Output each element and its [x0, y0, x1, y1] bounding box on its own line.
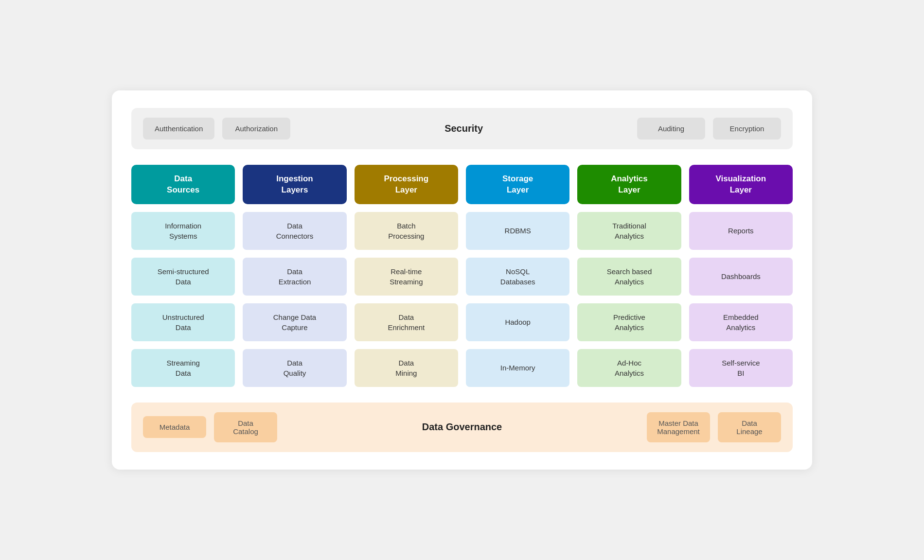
security-item-auth: Autthentication: [143, 118, 214, 140]
col-header-visualization: Visualization Layer: [689, 165, 793, 204]
security-label: Security: [298, 123, 629, 134]
cell-analytics-row3: Ad-Hoc Analytics: [577, 349, 681, 387]
governance-section: Metadata Data Catalog Data Governance Ma…: [131, 402, 793, 452]
governance-item-lineage: Data Lineage: [718, 412, 781, 442]
cell-analytics-row2: Predictive Analytics: [577, 303, 681, 341]
cell-ingestion-row3: Data Quality: [243, 349, 346, 387]
cell-processing-row1: Real-time Streaming: [355, 258, 458, 296]
cell-visualization-row1: Dashboards: [689, 258, 793, 296]
diagram-wrapper: Autthentication Authorization Security A…: [112, 90, 812, 469]
cell-analytics-row1: Search based Analytics: [577, 258, 681, 296]
cell-storage-row3: In-Memory: [466, 349, 569, 387]
cell-visualization-row3: Self-service BI: [689, 349, 793, 387]
cell-processing-row0: Batch Processing: [355, 212, 458, 250]
cell-ingestion-row1: Data Extraction: [243, 258, 346, 296]
main-grid: Data SourcesIngestion LayersProcessing L…: [131, 165, 793, 386]
col-header-storage: Storage Layer: [466, 165, 569, 204]
governance-item-metadata: Metadata: [143, 416, 206, 438]
cell-ingestion-row0: Data Connectors: [243, 212, 346, 250]
cell-visualization-row0: Reports: [689, 212, 793, 250]
cell-storage-row1: NoSQL Databases: [466, 258, 569, 296]
cell-ingestion-row2: Change Data Capture: [243, 303, 346, 341]
security-item-encryption: Encryption: [713, 118, 781, 140]
col-header-ingestion: Ingestion Layers: [243, 165, 346, 204]
cell-storage-row0: RDBMS: [466, 212, 569, 250]
cell-data-sources-row3: Streaming Data: [131, 349, 235, 387]
security-item-authorization: Authorization: [222, 118, 290, 140]
cell-data-sources-row0: Information Systems: [131, 212, 235, 250]
cell-processing-row2: Data Enrichment: [355, 303, 458, 341]
cell-analytics-row0: Traditional Analytics: [577, 212, 681, 250]
governance-item-master: Master Data Management: [647, 412, 710, 442]
governance-item-catalog: Data Catalog: [214, 412, 277, 442]
cell-visualization-row2: Embedded Analytics: [689, 303, 793, 341]
security-section: Autthentication Authorization Security A…: [131, 108, 793, 149]
cell-storage-row2: Hadoop: [466, 303, 569, 341]
cell-data-sources-row1: Semi-structured Data: [131, 258, 235, 296]
col-header-data-sources: Data Sources: [131, 165, 235, 204]
governance-label: Data Governance: [285, 421, 639, 433]
security-item-auditing: Auditing: [637, 118, 705, 140]
cell-data-sources-row2: Unstructured Data: [131, 303, 235, 341]
col-header-processing: Processing Layer: [355, 165, 458, 204]
cell-processing-row3: Data Mining: [355, 349, 458, 387]
col-header-analytics: Analytics Layer: [577, 165, 681, 204]
